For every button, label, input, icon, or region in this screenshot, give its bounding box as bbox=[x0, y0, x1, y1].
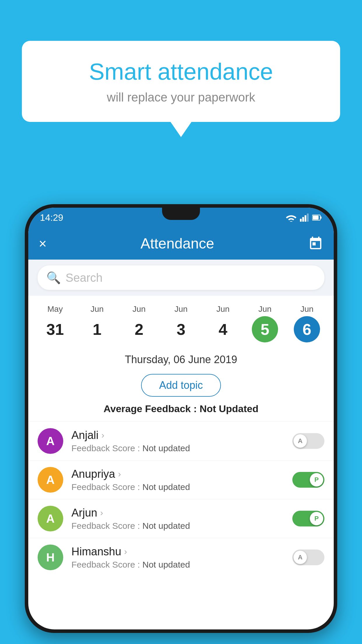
calendar-col[interactable]: Jun4 bbox=[202, 302, 244, 345]
svg-rect-0 bbox=[300, 219, 302, 222]
student-list: AAnjali ›Feedback Score : Not updatedAAA… bbox=[28, 421, 334, 577]
list-item[interactable]: HHimanshu ›Feedback Score : Not updatedA bbox=[28, 538, 334, 577]
cal-day[interactable]: 4 bbox=[210, 316, 236, 342]
student-name[interactable]: Himanshu › bbox=[71, 545, 292, 558]
wifi-icon bbox=[286, 214, 296, 222]
avatar: A bbox=[38, 506, 63, 531]
calendar-col[interactable]: Jun1 bbox=[76, 302, 118, 345]
cal-month: Jun bbox=[132, 304, 145, 314]
toggle-thumb: P bbox=[310, 512, 323, 525]
student-info: Anupriya ›Feedback Score : Not updated bbox=[71, 468, 292, 492]
bubble-subtitle: will replace your paperwork bbox=[45, 90, 317, 104]
chevron-right-icon: › bbox=[100, 508, 103, 518]
cal-month: Jun bbox=[90, 304, 103, 314]
calendar-col[interactable]: Jun2 bbox=[118, 302, 160, 345]
avg-feedback-value: Not Updated bbox=[200, 403, 259, 414]
cal-month: Jun bbox=[258, 304, 271, 314]
toggle-thumb: A bbox=[294, 551, 307, 564]
status-bar: 14:29 bbox=[28, 208, 334, 228]
feedback-score: Feedback Score : Not updated bbox=[71, 560, 292, 570]
attendance-toggle[interactable]: P bbox=[292, 472, 324, 488]
phone-frame: 14:29 bbox=[25, 204, 337, 633]
cal-day[interactable]: 2 bbox=[126, 316, 152, 342]
calendar-col[interactable]: Jun3 bbox=[160, 302, 202, 345]
calendar-col[interactable]: Jun5 bbox=[244, 302, 286, 345]
search-bar[interactable]: 🔍 Search bbox=[38, 265, 324, 290]
cal-day[interactable]: 5 bbox=[252, 316, 278, 342]
speech-bubble: Smart attendance will replace your paper… bbox=[22, 41, 340, 122]
avatar: H bbox=[38, 545, 63, 570]
svg-rect-5 bbox=[313, 216, 319, 220]
avg-feedback: Average Feedback : Not Updated bbox=[28, 403, 334, 421]
feedback-score: Feedback Score : Not updated bbox=[71, 443, 292, 453]
toggle-thumb: P bbox=[310, 473, 323, 487]
chevron-right-icon: › bbox=[124, 547, 127, 556]
attendance-toggle[interactable]: P bbox=[292, 511, 324, 526]
avatar: A bbox=[38, 467, 63, 493]
toggle-thumb: A bbox=[294, 434, 307, 448]
list-item[interactable]: AAnjali ›Feedback Score : Not updatedA bbox=[28, 421, 334, 460]
chevron-right-icon: › bbox=[118, 469, 121, 479]
close-button[interactable]: × bbox=[39, 236, 47, 251]
bubble-title: Smart attendance bbox=[45, 58, 317, 85]
phone-inner: 14:29 bbox=[28, 208, 334, 629]
add-topic-container: Add topic bbox=[28, 371, 334, 403]
svg-rect-3 bbox=[307, 214, 309, 222]
signal-icon bbox=[300, 214, 309, 222]
svg-rect-1 bbox=[302, 217, 304, 222]
cal-day[interactable]: 6 bbox=[294, 316, 320, 342]
search-icon: 🔍 bbox=[46, 271, 61, 285]
feedback-score: Feedback Score : Not updated bbox=[71, 482, 292, 492]
student-info: Anjali ›Feedback Score : Not updated bbox=[71, 429, 292, 453]
notch bbox=[162, 208, 200, 220]
date-label: Thursday, 06 June 2019 bbox=[28, 345, 334, 371]
cal-month: Jun bbox=[216, 304, 229, 314]
cal-month: Jun bbox=[174, 304, 187, 314]
toggle-container[interactable]: A bbox=[292, 550, 324, 565]
attendance-toggle[interactable]: A bbox=[292, 550, 324, 565]
speech-bubble-container: Smart attendance will replace your paper… bbox=[22, 41, 340, 122]
calendar-col[interactable]: May31 bbox=[34, 302, 76, 345]
avatar: A bbox=[38, 428, 63, 454]
app-bar: × Attendance bbox=[28, 228, 334, 260]
cal-month: Jun bbox=[300, 304, 313, 314]
calendar-row: May31Jun1Jun2Jun3Jun4Jun5Jun6 bbox=[28, 296, 334, 345]
search-container: 🔍 Search bbox=[28, 260, 334, 296]
avg-feedback-label: Average Feedback : bbox=[103, 403, 199, 414]
feedback-score: Feedback Score : Not updated bbox=[71, 521, 292, 531]
add-topic-button[interactable]: Add topic bbox=[141, 374, 221, 397]
toggle-container[interactable]: P bbox=[292, 472, 324, 488]
student-name[interactable]: Arjun › bbox=[71, 507, 292, 519]
toggle-container[interactable]: A bbox=[292, 433, 324, 449]
student-info: Arjun ›Feedback Score : Not updated bbox=[71, 507, 292, 531]
cal-month: May bbox=[48, 304, 63, 314]
list-item[interactable]: AArjun ›Feedback Score : Not updatedP bbox=[28, 499, 334, 538]
status-time: 14:29 bbox=[40, 212, 63, 223]
cal-day[interactable]: 31 bbox=[42, 316, 68, 342]
calendar-col[interactable]: Jun6 bbox=[286, 302, 328, 345]
chevron-right-icon: › bbox=[101, 430, 104, 440]
cal-day[interactable]: 1 bbox=[84, 316, 110, 342]
list-item[interactable]: AAnupriya ›Feedback Score : Not updatedP bbox=[28, 460, 334, 499]
svg-rect-6 bbox=[320, 216, 321, 219]
status-icons bbox=[286, 214, 322, 222]
search-input[interactable]: Search bbox=[66, 271, 103, 284]
app-bar-title: Attendance bbox=[140, 235, 214, 252]
toggle-container[interactable]: P bbox=[292, 511, 324, 526]
svg-rect-2 bbox=[305, 215, 306, 222]
battery-icon bbox=[312, 214, 322, 221]
cal-day[interactable]: 3 bbox=[168, 316, 194, 342]
student-name[interactable]: Anjali › bbox=[71, 429, 292, 442]
student-name[interactable]: Anupriya › bbox=[71, 468, 292, 480]
calendar-icon[interactable] bbox=[308, 236, 323, 251]
attendance-toggle[interactable]: A bbox=[292, 433, 324, 449]
student-info: Himanshu ›Feedback Score : Not updated bbox=[71, 545, 292, 570]
